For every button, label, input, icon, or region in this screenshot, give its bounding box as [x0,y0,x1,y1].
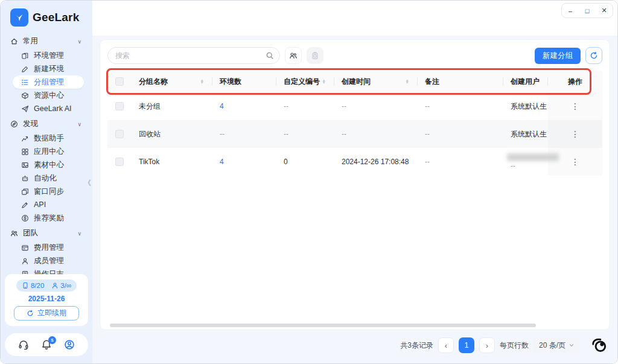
sidebar: GeeLark 常用∨环境管理新建环境分组管理资源中心GeeLark AI发现∨… [1,1,92,363]
row-actions-button[interactable]: ⋮ [567,156,583,168]
chevron-down-icon: ∨ [77,121,81,127]
group-name-cell: TikTok [132,158,212,166]
sort-icon[interactable]: ▲▼ [322,79,326,85]
env-count-cell[interactable]: 4 [212,158,276,166]
sidebar-item-label: 新建环境 [34,64,64,74]
sidebar-section-0[interactable]: 常用∨ [1,34,92,49]
note-cell: -- [418,102,503,110]
sidebar-item-label: 环境管理 [34,51,64,61]
sidebar-section-1[interactable]: 发现∨ [1,117,92,132]
next-page-button[interactable]: › [479,337,495,353]
sort-icon[interactable]: ▲▼ [200,79,204,85]
material-icon [21,161,29,169]
column-label: 操作 [568,77,582,87]
table-body: 未分组4------系统默认生⋮回收站--------系统默认生⋮TikTok4… [107,92,602,176]
row-checkbox-cell [107,92,132,120]
table-header-row: 分组名称▲▼环境数自定义编号▲▼创建时间▲▼备注创建用户操作 [107,71,602,92]
sidebar-section-2[interactable]: 团队∨ [1,226,92,241]
billing-icon [21,244,29,252]
column-header-操作: 操作 [548,71,602,92]
row-checkbox[interactable] [115,158,124,166]
search-input[interactable] [107,47,280,64]
row-checkbox[interactable] [115,130,124,138]
env-count-cell: -- [212,130,276,138]
column-header-环境数: 环境数 [212,71,276,92]
sidebar-item-API[interactable]: API [13,198,84,211]
brand-logo: GeeLark [1,1,92,31]
sidebar-item-窗口同步[interactable]: 窗口同步 [13,185,84,198]
page-size-select[interactable]: 20 条/页 [534,337,580,353]
column-label: 创建用户 [511,77,540,87]
column-header-自定义编号[interactable]: 自定义编号▲▼ [276,71,334,92]
notifications-button[interactable]: $ [41,339,52,350]
column-header-备注: 备注 [418,71,503,92]
sidebar-item-label: 窗口同步 [34,187,64,197]
app-window: GeeLark 常用∨环境管理新建环境分组管理资源中心GeeLark AI发现∨… [0,0,618,364]
total-records-label: 共3条记录 [400,340,433,351]
sidebar-item-label: 费用管理 [34,243,64,253]
current-page-button[interactable]: 1 [459,337,474,353]
sidebar-item-素材中心[interactable]: 素材中心 [13,158,84,171]
refresh-button[interactable] [585,47,602,64]
chevron-down-icon [569,342,575,348]
row-checkbox-cell [107,148,132,176]
sort-icon[interactable]: ▲▼ [406,79,409,85]
sidebar-item-成员管理[interactable]: 成员管理 [13,254,84,267]
new-group-button[interactable]: 新建分组 [535,48,581,64]
row-checkbox[interactable] [115,102,124,110]
column-header-分组名称[interactable]: 分组名称▲▼ [132,71,212,92]
member-quota-icon [51,282,59,289]
row-actions-button[interactable]: ⋮ [567,128,583,140]
geelark-logo-icon [10,8,28,27]
select-all-checkbox[interactable] [115,77,124,86]
horizontal-scrollbar[interactable] [110,324,536,327]
actions-cell: ⋮ [548,120,602,148]
bird-icon [21,105,29,113]
pagination: 共3条记录 ‹ 1 › 每页行数 20 条/页 [400,336,609,354]
sidebar-item-label: GeeLark AI [34,104,72,113]
batch-transfer-button[interactable] [285,47,302,64]
redaction-blur [507,153,559,161]
row-checkbox-cell [107,120,132,148]
sidebar-item-环境管理[interactable]: 环境管理 [13,49,84,62]
sidebar-item-推荐奖励[interactable]: 推荐奖励 [13,211,84,225]
sidebar-item-应用中心[interactable]: 应用中心 [13,145,84,158]
created-at-cell: -- [334,130,418,138]
column-label: 备注 [425,77,439,87]
sidebar-collapse-button[interactable]: 《 [84,178,91,188]
sidebar-item-自动化[interactable]: 自动化 [13,171,84,185]
prev-page-button[interactable]: ‹ [438,337,454,353]
custom-id-cell: -- [276,102,334,110]
sidebar-item-新建环境[interactable]: 新建环境 [13,62,84,75]
sidebar-footer: $ [5,333,88,356]
batch-delete-button[interactable] [307,47,323,64]
account-icon [64,339,75,350]
sidebar-item-数据助手[interactable]: 数据助手 [13,132,84,145]
renew-button[interactable]: 立即续期 [14,306,79,321]
custom-id-cell: 0 [276,158,334,166]
column-header-创建用户: 创建用户 [503,71,548,92]
sidebar-item-label: 素材中心 [34,160,64,170]
account-button[interactable] [64,339,75,350]
device-quota: 8/20 [31,282,44,289]
column-header-创建时间[interactable]: 创建时间▲▼ [334,71,418,92]
sidebar-item-GeeLark AI[interactable]: GeeLark AI [13,102,84,115]
groups-table: 分组名称▲▼环境数自定义编号▲▼创建时间▲▼备注创建用户操作 未分组4-----… [107,71,602,176]
group-name-cell: 未分组 [132,101,212,112]
support-button[interactable] [18,339,29,350]
close-button[interactable]: ✕ [598,7,610,14]
sidebar-item-分组管理[interactable]: 分组管理 [13,75,84,89]
sidebar-item-费用管理[interactable]: 费用管理 [13,241,84,254]
maximize-button[interactable]: □ [581,7,593,14]
env-count-cell[interactable]: 4 [212,102,276,110]
sidebar-item-label: 成员管理 [34,256,64,266]
section-label: 常用 [23,36,38,46]
sidebar-item-资源中心[interactable]: 资源中心 [13,89,84,102]
minimize-button[interactable]: – [564,7,576,14]
chevron-down-icon: ∨ [77,231,81,237]
rows-per-page-label: 每页行数 [500,340,529,351]
list-icon [21,78,29,86]
usage-card: 8/20 3/∞ 2025-11-26 立即续期 [5,274,88,326]
row-actions-button[interactable]: ⋮ [567,100,583,112]
note-cell: -- [418,130,503,138]
